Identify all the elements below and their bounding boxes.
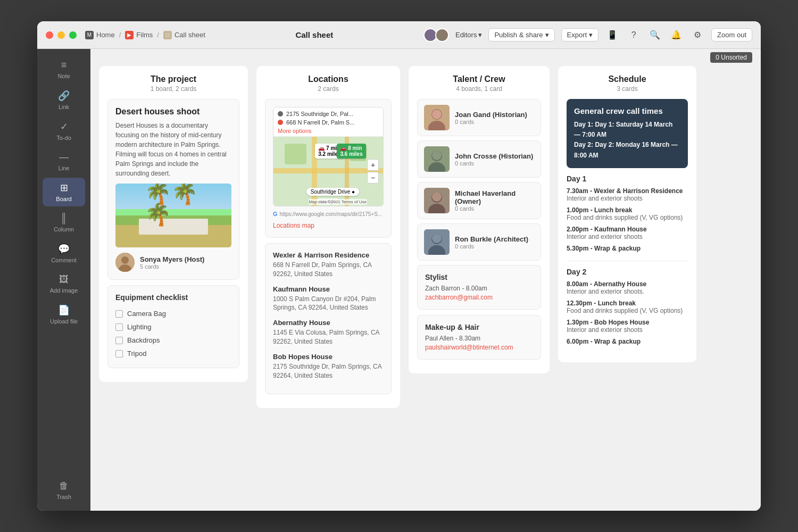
- sidebar-item-line[interactable]: — Line: [43, 147, 85, 176]
- makeup-title: Make-up & Hair: [425, 323, 533, 331]
- films-icon: ▶: [125, 31, 134, 39]
- close-button[interactable]: [46, 31, 53, 39]
- sidebar-item-trash[interactable]: 🗑 Trash: [43, 476, 85, 504]
- stylist-detail: Zach Barron - 8.00am: [425, 285, 533, 292]
- location-1: Kaufmann House 1000 S Palm Canyon Dr #20…: [273, 285, 384, 313]
- maximize-button[interactable]: [69, 31, 77, 39]
- breadcrumb: M Home / ▶ Films / □ Call sheet: [85, 31, 205, 39]
- boards-container: The project 1 board, 2 cards Desert hous…: [90, 66, 761, 511]
- desert-houses-desc: Desert Houses is a documentary focusing …: [115, 121, 231, 178]
- route2-time: 8 min: [348, 145, 362, 151]
- schedule-desc-d2-0: Interior and exterior shoots.: [567, 288, 688, 295]
- talent-card-1[interactable]: John Crosse (Historian) 0 cards: [417, 140, 541, 178]
- bell-icon[interactable]: 🔔: [669, 28, 684, 43]
- breadcrumb-callsheet[interactable]: □ Call sheet: [163, 31, 205, 39]
- checklist-item-0[interactable]: Camera Bag: [115, 307, 231, 320]
- unsorted-badge[interactable]: 0 Unsorted: [710, 52, 752, 63]
- map-marker-1: [278, 111, 283, 117]
- schedule-day2-block: Day 2 8.00am - Abernathy House Interior …: [567, 268, 688, 345]
- note-icon: ≡: [61, 60, 67, 71]
- host-info: Sonya Myers (Host) 5 cards: [140, 255, 204, 270]
- checkbox-2[interactable]: [115, 337, 123, 344]
- desert-houses-card[interactable]: Desert houses shoot Desert Houses is a d…: [107, 99, 239, 280]
- talent-card-3[interactable]: Ron Burkle (Architect) 0 cards: [417, 223, 541, 261]
- talent-name-0: Joan Gand (Historian): [455, 111, 534, 119]
- schedule-desc-d1-1: Food and drinks supplied (V, VG options): [567, 214, 688, 221]
- sidebar-note-label: Note: [57, 73, 70, 79]
- location-addr-2: 1145 E Via Colusa, Palm Springs, CA 9226…: [273, 328, 384, 346]
- checklist-item-2[interactable]: Backdrops: [115, 334, 231, 347]
- zoom-out-btn[interactable]: −: [367, 172, 379, 184]
- sidebar-line-label: Line: [59, 165, 70, 171]
- map-zoom-controls: + −: [367, 159, 379, 184]
- schedule-board-title: Schedule: [567, 74, 688, 84]
- schedule-time-d1-3: 5.30pm - Wrap & packup: [567, 245, 688, 252]
- checkbox-0[interactable]: [115, 310, 123, 318]
- settings-icon[interactable]: ⚙: [690, 28, 705, 43]
- publish-button[interactable]: Publish & share ▾: [488, 28, 554, 41]
- zoom-in-button[interactable]: +: [367, 159, 379, 171]
- breadcrumb-home[interactable]: M Home: [85, 31, 115, 39]
- phone-icon[interactable]: 📱: [605, 28, 620, 43]
- titlebar: M Home / ▶ Films / □ Call sheet Call she…: [37, 21, 761, 49]
- project-board: The project 1 board, 2 cards Desert hous…: [99, 66, 248, 382]
- talent-info-2: Michael Haverland (Owner) 0 cards: [455, 189, 534, 212]
- sidebar-item-upload[interactable]: 📄 Upload file: [43, 300, 85, 329]
- talent-cards-2: 0 cards: [455, 205, 534, 212]
- sidebar-item-note[interactable]: ≡ Note: [43, 55, 85, 84]
- checkbox-3[interactable]: [115, 350, 123, 358]
- schedule-entry-d2-0: 8.00am - Abernathy House Interior and ex…: [567, 280, 688, 295]
- sidebar-item-comment[interactable]: 💬 Comment: [43, 239, 85, 268]
- checklist-label-2: Backdrops: [127, 336, 160, 344]
- upload-icon: 📄: [58, 304, 70, 316]
- talent-board-title: Talent / Crew: [417, 74, 541, 84]
- sidebar-item-column[interactable]: ║ Column: [43, 209, 85, 237]
- makeup-email[interactable]: paulshairworld@btinternet.com: [425, 344, 513, 351]
- page-title: Call sheet: [295, 30, 333, 39]
- talent-card-2[interactable]: Michael Haverland (Owner) 0 cards: [417, 182, 541, 219]
- svg-point-10: [432, 151, 442, 160]
- help-icon[interactable]: ?: [626, 28, 641, 43]
- schedule-entry-d2-3: 6.00pm - Wrap & packup: [567, 338, 688, 345]
- makeup-card: Make-up & Hair Paul Allen - 8.30am pauls…: [417, 315, 541, 360]
- more-options-link[interactable]: More options: [278, 127, 379, 134]
- sidebar-item-link[interactable]: 🔗 Link: [43, 86, 85, 114]
- checklist-item-1[interactable]: Lighting: [115, 320, 231, 334]
- sidebar-item-todo[interactable]: ✓ To-do: [43, 117, 85, 145]
- makeup-name: Paul Allen: [425, 335, 453, 342]
- minimize-button[interactable]: [57, 31, 65, 39]
- checkbox-1[interactable]: [115, 323, 123, 331]
- schedule-board-subtitle: 3 cards: [567, 85, 688, 93]
- sidebar-item-board[interactable]: ⊞ Board: [43, 178, 85, 206]
- schedule-header-title: General crew call times: [574, 106, 680, 115]
- editors-button[interactable]: Editors ▾: [455, 31, 482, 39]
- talent-board-subtitle: 4 boards, 1 card: [417, 85, 541, 93]
- checklist-label-0: Camera Bag: [127, 310, 166, 318]
- schedule-time-d1-0: 7.30am - Wexler & Harrison Residence: [567, 187, 688, 195]
- location-addr-0: 668 N Farrell Dr, Palm Springs, CA 92262…: [273, 261, 384, 279]
- project-board-subtitle: 1 board, 2 cards: [107, 85, 239, 93]
- map-search-item-2: 668 N Farrell Dr, Palm S...: [278, 118, 379, 127]
- google-maps-link[interactable]: https://www.google.com/maps/dir/2175+S..…: [280, 211, 383, 217]
- sidebar: ≡ Note 🔗 Link ✓ To-do — Line ⊞ Board ║ C…: [37, 49, 90, 511]
- schedule-entry-d2-2: 1.30pm - Bob Hopes House Interior and ex…: [567, 319, 688, 334]
- sidebar-item-add-image[interactable]: 🖼 Add image: [43, 270, 85, 298]
- map-marker-2: [278, 120, 283, 125]
- map-location-name: Southridge Drive: [311, 189, 350, 195]
- stylist-email[interactable]: zachbarron@gmail.com: [425, 294, 493, 301]
- checklist-title: Equipment checklist: [115, 293, 231, 302]
- stylist-card: Stylist Zach Barron - 8.00am zachbarron@…: [417, 265, 541, 310]
- stylist-time: - 8.00am: [462, 285, 487, 292]
- locations-map-link[interactable]: Locations map: [273, 222, 314, 229]
- map-address-1: 2175 Southridge Dr, Pal...: [286, 111, 353, 117]
- search-icon[interactable]: 🔍: [647, 28, 662, 43]
- talent-card-0[interactable]: Joan Gand (Historian) 0 cards: [417, 99, 541, 136]
- export-button[interactable]: Export ▾: [561, 28, 599, 41]
- location-name-3: Bob Hopes House: [273, 353, 384, 361]
- desert-houses-image: 🌴🌴🌴: [115, 184, 231, 247]
- host-avatar: [115, 253, 135, 272]
- breadcrumb-films[interactable]: ▶ Films: [125, 31, 153, 39]
- checklist-item-3[interactable]: Tripod: [115, 347, 231, 360]
- zoom-button[interactable]: Zoom out: [711, 28, 752, 41]
- sidebar-todo-label: To-do: [56, 135, 71, 141]
